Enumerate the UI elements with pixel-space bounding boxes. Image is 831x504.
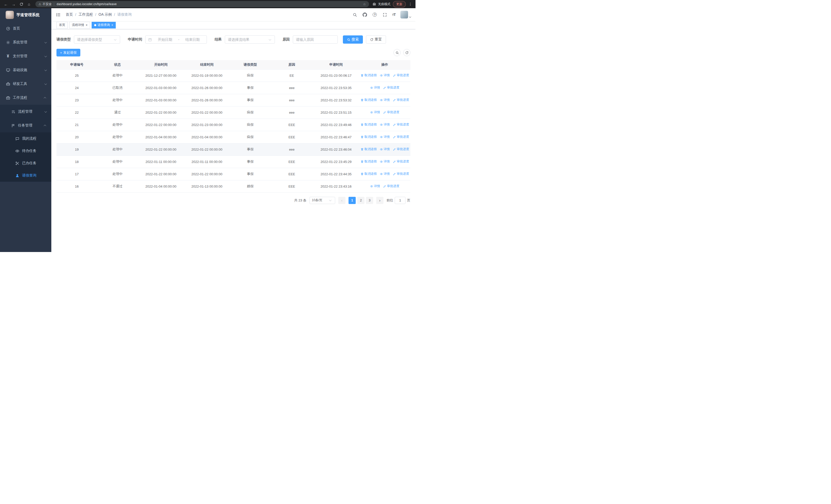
detail-link[interactable]: 详情 — [380, 147, 390, 151]
page-button-2[interactable]: 2 — [357, 197, 365, 204]
tab-close-icon[interactable]: × — [111, 24, 113, 27]
search-icon[interactable] — [352, 12, 357, 17]
sidebar-item-system[interactable]: 系统管理 — [0, 35, 51, 49]
menu-label: 工作流程 — [13, 95, 27, 100]
tab-process-detail[interactable]: 流程详情 × — [69, 22, 90, 28]
cancel-leave-link[interactable]: 取消请假 — [361, 73, 377, 78]
leave-type-input[interactable] — [74, 37, 114, 41]
search-button[interactable]: 搜索 — [343, 35, 363, 43]
bookmark-star-icon[interactable]: ☆ — [363, 2, 366, 6]
approval-progress-link[interactable]: 审批进度 — [383, 85, 399, 90]
avatar[interactable] — [400, 11, 408, 19]
detail-link[interactable]: 详情 — [380, 172, 390, 176]
cancel-leave-link[interactable]: 取消请假 — [361, 135, 377, 139]
cancel-leave-link[interactable]: 取消请假 — [361, 147, 377, 151]
sidebar-item-leave-query[interactable]: 请假查询 — [0, 169, 51, 182]
sidebar-item-home[interactable]: 首页 — [0, 22, 51, 35]
date-range-picker[interactable]: - — [145, 35, 207, 43]
reason-field[interactable] — [293, 35, 338, 43]
sidebar-item-payment[interactable]: ¥ 支付管理 — [0, 49, 51, 63]
prev-page-button[interactable]: ‹ — [338, 197, 345, 204]
detail-link[interactable]: 详情 — [380, 73, 390, 78]
chevron-down-icon — [45, 82, 47, 85]
page-button-1[interactable]: 1 — [348, 197, 356, 204]
cancel-leave-link[interactable]: 取消请假 — [361, 122, 377, 127]
detail-link[interactable]: 详情 — [380, 135, 390, 139]
breadcrumb-home[interactable]: 首页 — [66, 12, 73, 17]
detail-link[interactable]: 详情 — [370, 85, 380, 90]
sidebar-item-done-tasks[interactable]: 已办任务 — [0, 157, 51, 169]
start-date-input[interactable] — [153, 37, 177, 41]
page-button-3[interactable]: 3 — [366, 197, 373, 204]
cancel-icon — [361, 173, 364, 176]
result-input[interactable] — [225, 37, 269, 41]
browser-forward-icon[interactable]: → — [10, 1, 17, 7]
detail-link[interactable]: 详情 — [380, 159, 390, 164]
browser-reload-icon[interactable] — [18, 1, 25, 7]
sidebar-item-todo-tasks[interactable]: 待办任务 — [0, 145, 51, 157]
approval-progress-link[interactable]: 审批进度 — [393, 172, 409, 176]
address-bar[interactable]: ⚠ 不安全 dashboard.yudao.iocoder.cn/bpm/oa/… — [35, 1, 369, 7]
tab-home[interactable]: 首页 — [56, 22, 68, 28]
sidebar-item-process-mgmt[interactable]: 流程管理 — [0, 105, 51, 119]
reset-button[interactable]: 重置 — [366, 35, 386, 43]
cancel-leave-link[interactable]: 取消请假 — [361, 159, 377, 164]
create-leave-button[interactable]: + 发起请假 — [56, 49, 80, 56]
table-row: 21处理中2022-01-22 00:00:002022-01-23 00:00… — [56, 119, 410, 131]
approval-progress-link[interactable]: 审批进度 — [393, 147, 409, 151]
menu-label: 我的流程 — [22, 136, 36, 141]
approval-progress-link[interactable]: 审批进度 — [393, 122, 409, 127]
detail-link[interactable]: 详情 — [380, 98, 390, 102]
cell-id: 20 — [56, 131, 97, 143]
tab-close-icon[interactable]: × — [86, 24, 87, 27]
user-menu[interactable] — [400, 11, 411, 19]
cell-type: 婚假 — [230, 180, 271, 192]
goto-page-input[interactable] — [395, 198, 405, 202]
github-icon[interactable] — [362, 12, 367, 17]
table-row: 16不通过2022-01-04 00:00:002022-01-13 00:00… — [56, 180, 410, 192]
detail-link[interactable]: 详情 — [370, 184, 380, 188]
progress-icon — [393, 98, 396, 101]
cell-end: 2022-01-13 00:00:00 — [184, 180, 230, 192]
cancel-leave-link[interactable]: 取消请假 — [361, 98, 377, 102]
end-date-input[interactable] — [181, 37, 204, 41]
next-page-button[interactable]: › — [376, 197, 383, 204]
approval-progress-link[interactable]: 审批进度 — [393, 73, 409, 78]
chevron-down-icon — [45, 41, 47, 43]
toggle-search-button[interactable] — [394, 49, 401, 56]
kebab-menu-icon[interactable]: ⋮ — [408, 2, 413, 6]
font-size-icon[interactable]: TT — [392, 12, 396, 17]
leave-type-select[interactable] — [74, 35, 120, 43]
help-icon[interactable]: ? — [372, 12, 377, 17]
browser-back-icon[interactable]: ← — [3, 1, 9, 7]
detail-link[interactable]: 详情 — [370, 110, 380, 114]
approval-progress-link[interactable]: 审批进度 — [383, 110, 399, 114]
approval-progress-link[interactable]: 审批进度 — [393, 98, 409, 102]
detail-link[interactable]: 详情 — [380, 122, 390, 127]
approval-progress-link[interactable]: 审批进度 — [393, 135, 409, 139]
sidebar-item-my-process[interactable]: 我的流程 — [0, 132, 51, 145]
menu-fold-icon[interactable] — [56, 12, 62, 18]
cell-actions: 取消请假详情审批进度 — [359, 155, 410, 168]
browser-home-icon[interactable]: ⌂ — [26, 1, 32, 7]
sidebar-item-devtools[interactable]: 研发工具 — [0, 77, 51, 91]
reason-input[interactable] — [293, 37, 338, 41]
list-icon — [11, 109, 16, 114]
security-label[interactable]: 不安全 — [42, 2, 52, 6]
cancel-leave-link[interactable]: 取消请假 — [361, 172, 377, 176]
sidebar-item-workflow[interactable]: 工作流程 — [0, 91, 51, 105]
cell-start: 2022-01-04 00:00:00 — [138, 180, 184, 192]
sidebar-item-infra[interactable]: 基础设施 — [0, 63, 51, 77]
page-size-select[interactable] — [310, 197, 335, 204]
browser-update-button[interactable]: 更新 — [393, 1, 406, 7]
goto-page-field[interactable] — [395, 197, 405, 204]
refresh-table-button[interactable] — [403, 49, 410, 56]
result-select[interactable] — [225, 35, 275, 43]
fullscreen-icon[interactable] — [382, 12, 387, 17]
cell-actions: 取消请假详情审批进度 — [359, 168, 410, 180]
tab-leave-query[interactable]: 请假查询 × — [92, 22, 116, 28]
approval-progress-link[interactable]: 审批进度 — [393, 159, 409, 164]
sidebar-item-task-mgmt[interactable]: 任务管理 — [0, 119, 51, 132]
approval-progress-link[interactable]: 审批进度 — [383, 184, 399, 188]
page-size-input[interactable] — [310, 199, 329, 202]
